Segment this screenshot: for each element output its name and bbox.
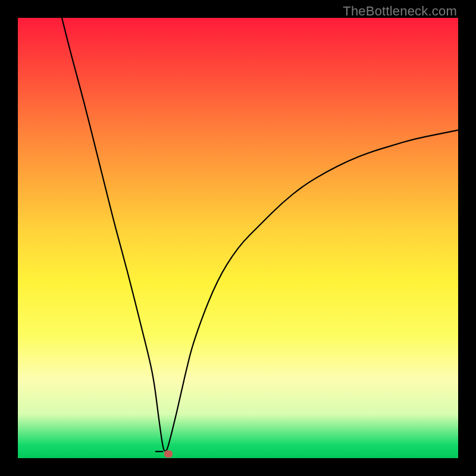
bottleneck-curve (62, 18, 458, 452)
plot-area (18, 18, 458, 458)
chart-svg (18, 18, 458, 458)
attribution-text: TheBottleneck.com (343, 4, 457, 19)
optimal-point-marker (164, 450, 173, 458)
chart-frame: TheBottleneck.com (0, 0, 476, 476)
